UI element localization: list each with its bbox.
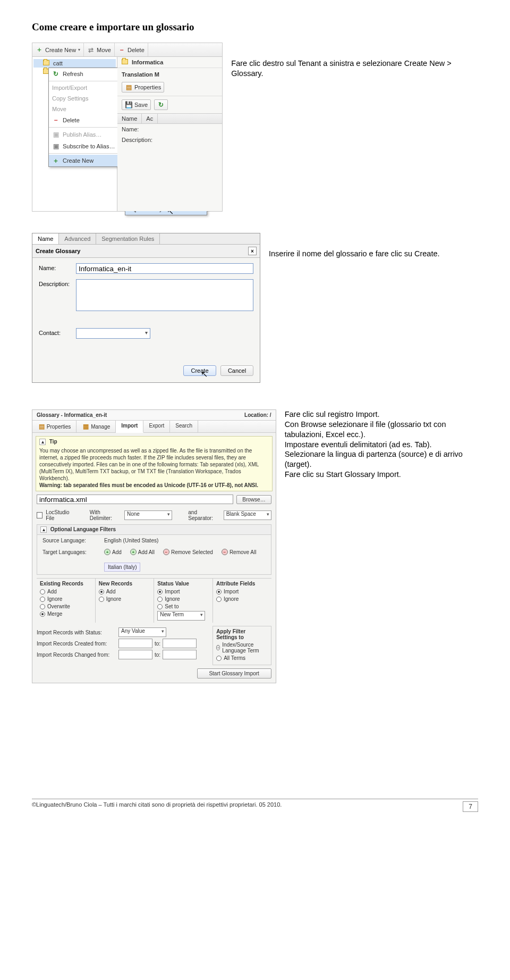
col-ac: Ac bbox=[142, 114, 158, 123]
move-label: Move bbox=[97, 47, 111, 53]
irch-from-input[interactable] bbox=[118, 650, 152, 659]
er-add[interactable]: Add bbox=[40, 589, 92, 594]
collapse-toggle[interactable]: ▴ bbox=[39, 439, 46, 445]
tab-segmentation[interactable]: Segmentation Rules bbox=[96, 233, 160, 244]
filters-row: Import Records with Status: Any Value Im… bbox=[37, 626, 271, 665]
glossary-title: Glossary - Informatica_en-it bbox=[37, 412, 107, 418]
add-button[interactable]: +Add bbox=[104, 549, 122, 555]
apply-index[interactable]: Index/Source Language Term bbox=[216, 642, 268, 654]
close-button[interactable]: × bbox=[248, 247, 257, 255]
source-language-label: Source Language: bbox=[42, 538, 101, 543]
sv-setto[interactable]: Set to bbox=[157, 604, 209, 609]
cancel-button[interactable]: Cancel bbox=[220, 365, 253, 376]
page-footer: ©Linguatech/Bruno Ciola – Tutti i marchi… bbox=[32, 799, 478, 812]
plus-icon: ＋ bbox=[52, 157, 60, 164]
af-ignore[interactable]: Ignore bbox=[216, 596, 268, 602]
tree-root-label: catt bbox=[53, 60, 63, 66]
sv-import-label: Import bbox=[165, 589, 180, 594]
column-header-row: Name Ac bbox=[117, 113, 222, 124]
description-input[interactable] bbox=[76, 279, 253, 311]
apply-filter-box: Apply Filter Settings to Index/Source La… bbox=[212, 626, 271, 665]
screenshot-2: Name Advanced Segmentation Rules Create … bbox=[32, 233, 260, 383]
ctx-copy-settings-label: Copy Settings bbox=[52, 95, 88, 102]
er-ignore-label: Ignore bbox=[47, 596, 62, 602]
existing-records-head: Existing Records bbox=[40, 581, 92, 587]
locstudio-checkbox[interactable] bbox=[37, 512, 42, 518]
separator-select[interactable]: Blank Space bbox=[224, 510, 271, 520]
ircf-from-input[interactable] bbox=[118, 639, 152, 648]
ctx-import-export[interactable]: Import/Export bbox=[49, 82, 124, 93]
apply-all-label: All Terms bbox=[224, 655, 245, 661]
save-button[interactable]: 💾 Save bbox=[122, 99, 151, 110]
add-all-button[interactable]: +Add All bbox=[130, 549, 155, 555]
browse-button[interactable]: Browse… bbox=[236, 495, 271, 504]
right-tm-header: Translation M bbox=[117, 68, 222, 79]
sv-ignore[interactable]: Ignore bbox=[157, 596, 209, 602]
ctx-create-new-label: Create New bbox=[63, 157, 94, 164]
ircf-to-input[interactable] bbox=[163, 639, 197, 648]
properties-button[interactable]: ▤ Properties bbox=[122, 82, 164, 93]
glossary-tabs: ▤ Properties ▦ Manage Import Export Sear… bbox=[32, 421, 276, 433]
add-label: Add bbox=[112, 549, 122, 555]
er-overwrite[interactable]: Overwrite bbox=[40, 604, 92, 609]
tab-name[interactable]: Name bbox=[32, 233, 59, 244]
tab-manage[interactable]: ▦ Manage bbox=[76, 421, 116, 432]
apply-all[interactable]: All Terms bbox=[216, 655, 268, 661]
remove-selected-button[interactable]: −Remove Selected bbox=[163, 549, 213, 555]
ctx-subscribe[interactable]: ▣ Subscribe to Alias… bbox=[49, 140, 124, 152]
nr-add[interactable]: Add bbox=[99, 589, 151, 594]
delete-button[interactable]: − Delete bbox=[115, 43, 148, 56]
right-name-label: Name: bbox=[117, 124, 222, 135]
er-merge[interactable]: Merge bbox=[40, 611, 92, 617]
tab-advanced[interactable]: Advanced bbox=[59, 233, 96, 244]
remove-all-button[interactable]: −Remove All bbox=[222, 549, 257, 555]
contact-combo[interactable] bbox=[76, 328, 150, 339]
glossary-location: Location: / bbox=[244, 412, 271, 418]
ctx-subscribe-label: Subscribe to Alias… bbox=[63, 143, 115, 149]
tab-properties[interactable]: ▤ Properties bbox=[32, 421, 76, 432]
move-button[interactable]: ⇄ Move bbox=[84, 43, 115, 56]
right-panel-title: Informatica bbox=[117, 57, 222, 68]
refresh-right-button[interactable]: ↻ bbox=[154, 99, 168, 110]
collapse-toggle[interactable]: ▴ bbox=[40, 526, 47, 533]
ctx-create-new[interactable]: ＋ Create New ▶ bbox=[49, 155, 124, 166]
section-1: ＋ Create New ▾ ⇄ Move − Delete catt bbox=[32, 43, 478, 212]
ctx-refresh[interactable]: ↻ Refresh bbox=[49, 68, 124, 80]
create-button[interactable]: Create bbox=[183, 365, 216, 376]
sv-import[interactable]: Import bbox=[157, 589, 209, 594]
dialog-title: Create Glossary bbox=[36, 248, 80, 254]
target-language-tag[interactable]: Italian (Italy) bbox=[104, 563, 140, 572]
ctx-move[interactable]: Move bbox=[49, 104, 124, 114]
ctx-delete[interactable]: − Delete bbox=[49, 114, 124, 126]
tab-export[interactable]: Export bbox=[143, 421, 170, 432]
tree-panel: catt T ↻ Refresh Import/Export Copy Sett… bbox=[32, 57, 117, 211]
irws-select[interactable]: Any Value bbox=[118, 627, 166, 637]
ctx-publish[interactable]: ▣ Publish Alias… bbox=[49, 129, 124, 140]
setto-select[interactable]: New Term bbox=[157, 611, 205, 621]
af-import[interactable]: Import bbox=[216, 589, 268, 594]
source-language-select[interactable]: English (United States) bbox=[104, 538, 178, 543]
plus-icon: ＋ bbox=[36, 46, 43, 54]
with-delimiter-label: With Delimiter: bbox=[90, 509, 121, 521]
tab-import[interactable]: Import bbox=[116, 421, 143, 433]
start-glossary-import-button[interactable]: Start Glossary Import bbox=[197, 668, 271, 679]
create-new-button[interactable]: ＋ Create New ▾ bbox=[32, 43, 84, 56]
nr-ignore-label: Ignore bbox=[106, 596, 121, 602]
tree-root[interactable]: catt bbox=[33, 59, 116, 68]
name-input[interactable] bbox=[76, 263, 253, 274]
record-options: Existing Records Add Ignore Overwrite Me… bbox=[37, 578, 271, 623]
ctx-copy-settings[interactable]: Copy Settings bbox=[49, 93, 124, 104]
nr-ignore[interactable]: Ignore bbox=[99, 596, 151, 602]
folder-icon bbox=[43, 60, 49, 65]
irch-to-input[interactable] bbox=[163, 650, 197, 659]
delimiter-select[interactable]: None bbox=[124, 510, 172, 520]
create-new-label: Create New bbox=[45, 47, 76, 53]
tab-search[interactable]: Search bbox=[170, 421, 198, 432]
er-ignore[interactable]: Ignore bbox=[40, 596, 92, 602]
irch-label: Import Records Changed from: bbox=[37, 652, 116, 658]
locstudio-label: LocStudio File bbox=[46, 509, 76, 521]
file-input[interactable] bbox=[37, 495, 233, 504]
tip-heading: Tip bbox=[49, 439, 57, 445]
sv-ignore-label: Ignore bbox=[165, 596, 180, 602]
context-menu: ↻ Refresh Import/Export Copy Settings Mo… bbox=[48, 68, 125, 167]
